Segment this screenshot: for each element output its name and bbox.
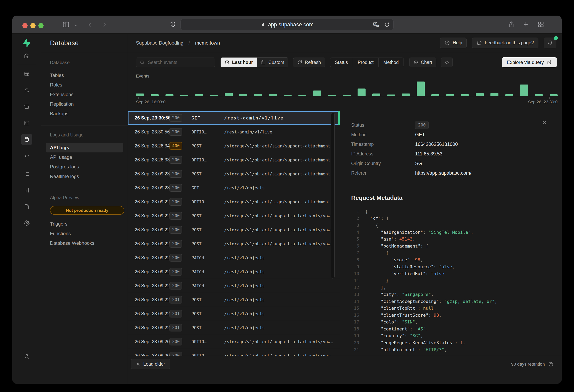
- chevron-down-icon[interactable]: [74, 23, 78, 28]
- log-row[interactable]: 26 Sep, 23:26:33 200 OPTIO… /storage/v1/…: [128, 153, 340, 167]
- menu-item-postgres-logs[interactable]: Postgres logs: [50, 162, 124, 172]
- forward-icon[interactable]: [101, 21, 108, 28]
- close-icon[interactable]: [542, 119, 548, 125]
- supabase-logo-icon[interactable]: [22, 38, 31, 48]
- log-row[interactable]: 26 Sep, 23:09:22 200 PATCH /rest/v1/obje…: [128, 251, 340, 265]
- chart-bar[interactable]: [535, 94, 543, 96]
- filter-product-button[interactable]: Product: [353, 58, 378, 67]
- log-row[interactable]: 26 Sep, 23:09:23 200 POST /storage/v1/ob…: [128, 167, 340, 181]
- chart-bar[interactable]: [195, 94, 203, 96]
- chart-bar[interactable]: [358, 89, 366, 96]
- chart-bar[interactable]: [180, 95, 188, 96]
- rail-item-reports[interactable]: [12, 182, 41, 199]
- rail-item-database[interactable]: [12, 131, 41, 148]
- tab-overview-icon[interactable]: [537, 21, 544, 28]
- search-events-box[interactable]: [136, 58, 215, 67]
- rail-item-docs[interactable]: [12, 199, 41, 215]
- log-row[interactable]: 26 Sep, 23:26:34 400 POST /storage/v1/ob…: [128, 139, 340, 153]
- chart-bar[interactable]: [476, 93, 484, 96]
- chart-bar[interactable]: [210, 95, 218, 96]
- chart-bar[interactable]: [165, 94, 173, 96]
- filter-method-button[interactable]: Method: [378, 58, 404, 67]
- rail-item-storage[interactable]: [12, 98, 41, 115]
- log-row[interactable]: 26 Sep, 23:09:22 200 POST /storage/v1/ob…: [128, 209, 340, 223]
- log-row[interactable]: 26 Sep, 23:09:22 200 PATCH /rest/v1/obje…: [128, 279, 340, 293]
- rail-item-users[interactable]: [12, 82, 41, 98]
- menu-item-database-webhooks[interactable]: Database Webhooks: [50, 238, 124, 248]
- rail-item-terminal[interactable]: [12, 115, 41, 131]
- share-icon[interactable]: [508, 21, 515, 28]
- chart-bar[interactable]: [225, 93, 233, 96]
- log-row[interactable]: 26 Sep, 23:09:20 200 OPTIO… /storage/v1/…: [128, 349, 340, 356]
- back-icon[interactable]: [87, 21, 94, 28]
- log-row[interactable]: 26 Sep, 23:30:56 200 OPTIO… /rest-admin/…: [128, 125, 340, 139]
- feedback-button[interactable]: Feedback on this page?: [472, 38, 538, 48]
- help-button[interactable]: Help: [440, 38, 467, 48]
- load-older-button[interactable]: Load older: [131, 359, 170, 369]
- account-icon[interactable]: [24, 353, 30, 359]
- window-minimize-button[interactable]: [30, 23, 36, 28]
- log-row[interactable]: 26 Sep, 23:09:22 200 POST /storage/v1/ob…: [128, 223, 340, 237]
- chart-bar[interactable]: [431, 94, 439, 96]
- log-row[interactable]: 26 Sep, 23:09:22 200 OPTIO… /storage/v1/…: [128, 195, 340, 209]
- log-row[interactable]: 26 Sep, 23:09:22 201 POST /rest/v1/objec…: [128, 321, 340, 335]
- custom-range-button[interactable]: Custom: [257, 58, 288, 67]
- breadcrumb-project[interactable]: Supabase Dogfooding: [136, 40, 184, 46]
- rail-item-list[interactable]: [12, 166, 41, 182]
- chart-bar[interactable]: [313, 91, 321, 96]
- explore-via-query-button[interactable]: Explore via query: [502, 57, 557, 67]
- chart-bar[interactable]: [343, 95, 351, 96]
- menu-item-roles[interactable]: Roles: [50, 80, 124, 90]
- last-hour-button[interactable]: Last hour: [221, 58, 257, 67]
- table-scrollbar[interactable]: [331, 113, 335, 278]
- chart-bar[interactable]: [417, 81, 425, 96]
- chart-bar[interactable]: [136, 94, 144, 96]
- chart-toggle-button[interactable]: Chart: [409, 58, 436, 67]
- menu-item-api-logs[interactable]: API logs: [46, 143, 123, 153]
- question-circle-icon[interactable]: [548, 361, 554, 367]
- download-logs-button[interactable]: [441, 58, 453, 67]
- new-tab-icon[interactable]: [522, 21, 529, 28]
- chart-bar[interactable]: [446, 94, 454, 96]
- menu-item-functions[interactable]: Functions: [50, 229, 124, 238]
- window-zoom-button[interactable]: [38, 23, 43, 28]
- chart-bar[interactable]: [505, 94, 513, 96]
- request-metadata-code[interactable]: 1 { 2 "cf": [ 3 { 4 "asOrganization": "S…: [351, 208, 552, 353]
- privacy-shield-icon[interactable]: [169, 21, 176, 28]
- log-row[interactable]: 26 Sep, 23:09:22 201 POST /rest/v1/objec…: [128, 293, 340, 307]
- chart-bar[interactable]: [254, 94, 262, 96]
- chart-bar[interactable]: [284, 95, 292, 96]
- chart-bar[interactable]: [461, 94, 469, 96]
- menu-item-api-usage[interactable]: API usage: [50, 153, 124, 162]
- rail-item-home[interactable]: [12, 48, 41, 64]
- refresh-button[interactable]: Refresh: [293, 58, 325, 67]
- chart-bar[interactable]: [402, 94, 410, 96]
- log-row[interactable]: 26 Sep, 23:09:22 201 POST /rest/v1/objec…: [128, 307, 340, 321]
- chart-bar[interactable]: [298, 95, 306, 96]
- events-bar-chart[interactable]: [136, 82, 558, 96]
- address-bar[interactable]: app.supabase.com Ax: [181, 19, 393, 30]
- chart-bar[interactable]: [151, 94, 159, 96]
- chart-bar[interactable]: [550, 94, 558, 96]
- log-row[interactable]: 26 Sep, 23:09:20 200 OPTIO… /storage/v1/…: [128, 335, 340, 349]
- sidebar-toggle-icon[interactable]: [62, 21, 70, 28]
- menu-item-backups[interactable]: Backups: [50, 109, 124, 118]
- log-row[interactable]: 26 Sep, 23:09:22 200 POST /storage/v1/ob…: [128, 237, 340, 251]
- log-row[interactable]: 26 Sep, 23:09:23 200 GET /rest/v1/object…: [128, 181, 340, 195]
- chart-bar[interactable]: [387, 95, 395, 96]
- chart-bar[interactable]: [328, 95, 336, 96]
- chart-bar[interactable]: [491, 93, 498, 96]
- menu-item-extensions[interactable]: Extensions: [50, 90, 124, 99]
- chart-bar[interactable]: [520, 84, 528, 96]
- menu-item-triggers[interactable]: Triggers: [50, 219, 124, 229]
- reload-icon[interactable]: [384, 22, 390, 27]
- rail-item-code[interactable]: [12, 148, 41, 164]
- translate-icon[interactable]: Ax: [373, 21, 379, 28]
- menu-item-tables[interactable]: Tables: [50, 71, 124, 80]
- window-close-button[interactable]: [22, 23, 28, 28]
- breadcrumb-page[interactable]: meme.town: [195, 40, 220, 46]
- filter-status-button[interactable]: Status: [330, 58, 353, 67]
- menu-item-realtime-logs[interactable]: Realtime logs: [50, 172, 124, 181]
- log-row[interactable]: 26 Sep, 23:30:56 200 GET /rest-admin/v1/…: [128, 111, 340, 125]
- chart-bar[interactable]: [372, 94, 380, 96]
